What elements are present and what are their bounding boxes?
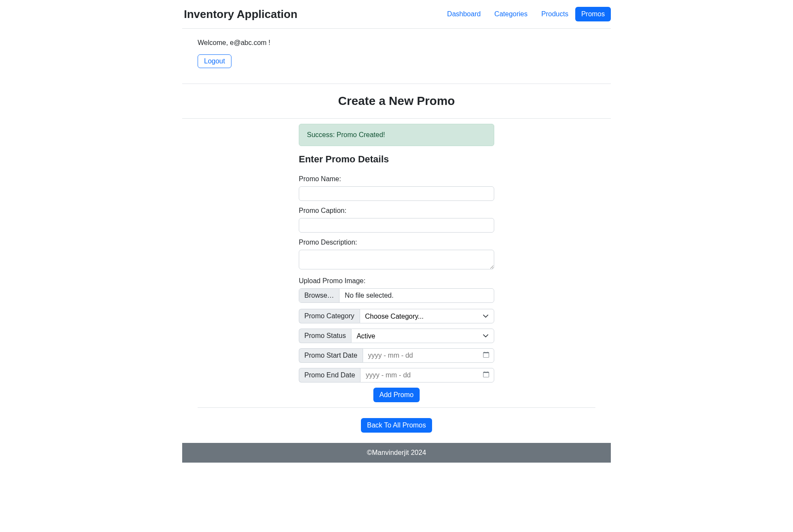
promo-start-date-label: Promo Start Date xyxy=(299,348,363,363)
promo-category-select[interactable]: Choose Category... xyxy=(360,309,495,323)
nav-link-categories[interactable]: Categories xyxy=(487,7,534,21)
back-to-promos-button[interactable]: Back To All Promos xyxy=(361,418,432,433)
promo-status-select[interactable]: Active xyxy=(351,329,494,343)
form-heading: Enter Promo Details xyxy=(299,154,494,165)
upload-image-label: Upload Promo Image: xyxy=(299,277,494,285)
footer: ©Manvinderjit 2024 xyxy=(182,443,611,463)
navbar: Inventory Application Dashboard Categori… xyxy=(182,0,611,29)
promo-name-group: Promo Name: xyxy=(299,175,494,201)
browse-button[interactable]: Browse… xyxy=(299,289,339,302)
promo-caption-group: Promo Caption: xyxy=(299,207,494,233)
submit-wrapper: Add Promo xyxy=(299,388,494,402)
promo-end-date-group: Promo End Date xyxy=(299,368,494,383)
upload-image-group: Upload Promo Image: Browse… No file sele… xyxy=(299,277,494,303)
nav-link-products[interactable]: Products xyxy=(535,7,575,21)
file-input-wrapper[interactable]: Browse… No file selected. xyxy=(299,288,494,303)
promo-name-input[interactable] xyxy=(299,186,494,201)
promo-category-group: Promo Category Choose Category... xyxy=(299,309,494,323)
nav-link-dashboard[interactable]: Dashboard xyxy=(440,7,487,21)
promo-category-label: Promo Category xyxy=(299,309,360,323)
page-title: Create a New Promo xyxy=(182,84,611,119)
promo-name-label: Promo Name: xyxy=(299,175,494,183)
navbar-brand: Inventory Application xyxy=(182,8,297,21)
alert-success: Success: Promo Created! xyxy=(299,124,494,146)
promo-end-date-input[interactable] xyxy=(360,368,494,383)
promo-description-label: Promo Description: xyxy=(299,239,494,246)
promo-caption-label: Promo Caption: xyxy=(299,207,494,215)
add-promo-button[interactable]: Add Promo xyxy=(373,388,420,402)
nav-link-promos[interactable]: Promos xyxy=(575,7,611,21)
promo-start-date-input[interactable] xyxy=(363,348,494,363)
promo-caption-input[interactable] xyxy=(299,218,494,233)
nav-links: Dashboard Categories Products Promos xyxy=(440,7,611,21)
form-container: Success: Promo Created! Enter Promo Deta… xyxy=(299,119,494,402)
promo-status-group: Promo Status Active xyxy=(299,329,494,343)
footer-text: ©Manvinderjit 2024 xyxy=(367,449,426,456)
welcome-section: Welcome, e@abc.com ! Logout xyxy=(182,29,611,75)
promo-end-date-label: Promo End Date xyxy=(299,368,360,383)
welcome-text: Welcome, e@abc.com ! xyxy=(198,39,595,47)
promo-start-date-group: Promo Start Date xyxy=(299,348,494,363)
logout-button[interactable]: Logout xyxy=(198,54,231,68)
promo-description-input[interactable] xyxy=(299,250,494,269)
back-section: Back To All Promos xyxy=(182,408,611,443)
file-selected-text: No file selected. xyxy=(339,289,494,302)
promo-status-label: Promo Status xyxy=(299,329,351,343)
promo-description-group: Promo Description: xyxy=(299,239,494,271)
